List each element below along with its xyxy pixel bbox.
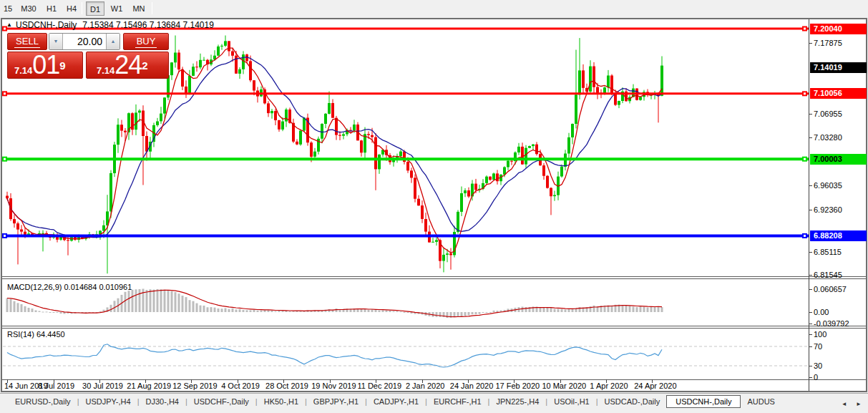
date-axis-label: 8 Jul 2019 <box>38 382 74 390</box>
chart-ohlc-values: 7.15384 7.15496 7.13684 7.14019 <box>82 20 214 30</box>
timeframe-button-h4[interactable]: H4 <box>63 1 80 16</box>
bid-price-big: 01 <box>32 52 59 79</box>
timeframe-button-w1[interactable]: W1 <box>107 1 126 16</box>
chart-collapse-icon[interactable]: ▲ <box>6 21 12 28</box>
price-axis-badge-7.10056: 7.10056 <box>810 88 867 99</box>
timeframe-button-15[interactable]: 15 <box>1 1 14 16</box>
price-axis-badge-7.00003: 7.00003 <box>810 154 867 165</box>
ask-price-big: 24 <box>114 52 142 79</box>
price-axis-tick: 7.17875 <box>814 38 842 48</box>
buy-button[interactable]: BUY <box>123 33 169 50</box>
date-axis-label: 28 Oct 2019 <box>265 382 308 390</box>
date-axis-label: 10 Mar 2020 <box>542 382 586 390</box>
macd-axis-label: -0.039792 <box>814 319 849 329</box>
chart-tab-jpn225h4[interactable]: JPN225-,H4 <box>489 396 545 407</box>
date-axis-label: 2 Jan 2020 <box>406 382 444 390</box>
date-axis-label: 1 Apr 2020 <box>590 382 628 390</box>
tab-scroll-arrows: ◄ ► <box>839 396 864 409</box>
timeframe-toolbar: 15M30H1H4D1W1MN <box>0 0 868 18</box>
volume-increase-button[interactable]: ▲ <box>106 34 120 49</box>
price-axis-tick: 7.03280 <box>814 132 842 142</box>
date-axis-label: 30 Jul 2019 <box>82 382 123 390</box>
date-axis-label: 17 Feb 2020 <box>495 382 540 390</box>
timeframe-button-m30[interactable]: M30 <box>17 1 40 16</box>
price-axis-badge-7.14019: 7.14019 <box>810 62 867 73</box>
rsi-axis-label: 100 <box>814 330 826 339</box>
rsi-indicator-label: RSI(14) 64.4450 <box>7 330 65 339</box>
timeframe-button-h1[interactable]: H1 <box>43 1 60 16</box>
timeframe-button-d1[interactable]: D1 <box>86 1 104 16</box>
chart-tab-gbpjpyh1[interactable]: GBPJPY-,H1 <box>307 396 365 407</box>
price-axis-tick: 6.96035 <box>814 180 842 190</box>
rsi-axis-label: 70 <box>814 342 822 351</box>
toolbar-separator <box>82 2 82 14</box>
tab-scroll-right-icon[interactable]: ► <box>853 399 864 409</box>
price-axis-badge-6.88208: 6.88208 <box>810 230 867 241</box>
chart-tab-eurchfh1[interactable]: EURCHF-,H1 <box>427 396 488 407</box>
rsi-axis-label: 30 <box>814 361 822 371</box>
tab-scroll-left-icon[interactable]: ◄ <box>839 399 850 409</box>
bid-price-prefix: 7.14 <box>14 65 32 76</box>
ask-price-sup: 2 <box>142 59 147 72</box>
timeframe-button-mn[interactable]: MN <box>129 1 149 16</box>
macd-indicator-label: MACD(12,26,9) 0.014684 0.010961 <box>7 283 132 291</box>
date-axis-label: 4 Oct 2019 <box>221 382 260 390</box>
caret-down-icon: ▼ <box>54 39 59 44</box>
chart-title: USDCNH-,Daily7.15384 7.15496 7.13684 7.1… <box>16 20 214 30</box>
date-axis-label: 24 Apr 2020 <box>634 382 676 390</box>
volume-stepper: ▼ ▲ <box>49 33 120 50</box>
macd-axis-label: 0.00 <box>814 308 829 317</box>
ask-price-prefix: 7.14 <box>97 65 114 76</box>
price-axis-tick: 7.06955 <box>814 109 842 119</box>
toolbar-separator <box>152 2 152 14</box>
chart-tab-cadjpyh1[interactable]: CADJPY-,H1 <box>367 396 425 407</box>
chart-tab-usdcaddaily[interactable]: USDCAD-,Daily <box>598 396 667 407</box>
volume-input[interactable] <box>63 34 106 49</box>
price-axis-tick: 6.85115 <box>814 247 842 257</box>
price-axis-badge-7.20040: 7.20040 <box>810 24 867 34</box>
chart-tab-bar: EURUSD-,Daily|USDJPY-,H4|DJ30-,H4|USDCHF… <box>0 394 868 409</box>
date-axis-label: 19 Nov 2019 <box>311 382 356 390</box>
sell-button-label: SELL <box>14 36 40 48</box>
rsi-axis-label: 0 <box>814 373 818 382</box>
price-axis-tick: 6.81545 <box>814 270 842 280</box>
date-axis-label: 24 Jan 2020 <box>450 382 494 390</box>
volume-decrease-button[interactable]: ▼ <box>49 34 63 49</box>
caret-up-icon: ▲ <box>111 39 116 44</box>
chart-tab-audus[interactable]: AUDUS <box>741 396 781 407</box>
macd-axis-label: 0.060657 <box>814 285 847 294</box>
chart-tab-usdchfdaily[interactable]: USDCHF-,Daily <box>187 396 255 407</box>
price-axis-tick: 6.92360 <box>814 205 842 215</box>
chart-tab-hk50h1[interactable]: HK50-,H1 <box>258 396 305 407</box>
chart-symbol-label: USDCNH-,Daily <box>16 20 77 30</box>
chart-tab-eurusddaily[interactable]: EURUSD-,Daily <box>9 396 77 407</box>
buy-button-label: BUY <box>135 36 157 48</box>
chart-tab-usoilh1[interactable]: USOil-,H1 <box>547 396 596 407</box>
chart-tab-usdjpyh4[interactable]: USDJPY-,H4 <box>79 396 137 407</box>
sell-button[interactable]: SELL <box>7 33 47 50</box>
date-axis-label: 11 Dec 2019 <box>357 382 401 390</box>
date-axis-label: 21 Aug 2019 <box>127 382 171 390</box>
bid-price-sup: 9 <box>59 59 65 72</box>
chart-tab-usdcnhdaily[interactable]: USDCNH-,Daily <box>666 395 741 408</box>
bid-price-tile[interactable]: 7.14019 <box>7 52 83 79</box>
date-axis-label: 12 Sep 2019 <box>172 382 217 390</box>
ask-price-tile[interactable]: 7.14242 <box>86 52 169 79</box>
chart-tab-dj30h4[interactable]: DJ30-,H4 <box>140 396 185 407</box>
